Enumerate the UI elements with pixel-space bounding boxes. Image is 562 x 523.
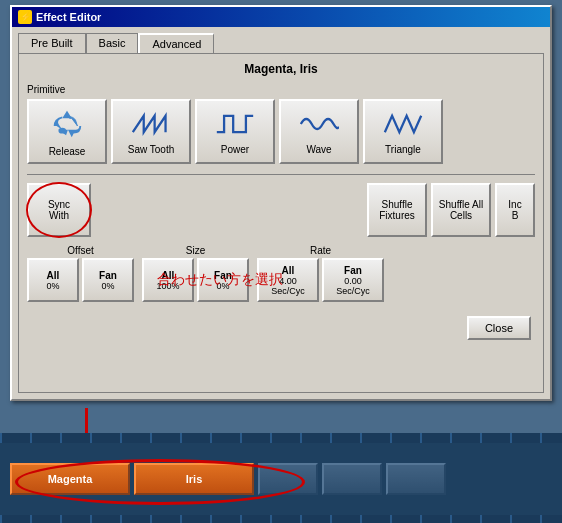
primitive-wave[interactable]: Wave [279,99,359,164]
title-icon: ⚡ [18,10,32,24]
window-title: Effect Editor [36,11,101,23]
effect-title: Magenta, Iris [27,62,535,76]
effect-editor-window: ⚡ Effect Editor Pre Built Basic Advanced [10,5,552,401]
primitive-label: Primitive [27,84,535,95]
offset-buttons: All 0% Fan 0% [27,258,134,302]
recycle-icon [49,106,85,142]
offset-label: Offset [27,245,134,256]
divider [27,174,535,175]
top-grid [0,433,562,443]
fixture-buttons-row: Magenta Iris [0,443,562,515]
fixture-inactive-1[interactable] [258,463,318,495]
primitive-release-label: Release [49,146,86,157]
tab-prebuilt[interactable]: Pre Built [18,33,86,53]
primitive-release[interactable]: Release [27,99,107,164]
triangle-icon [383,108,423,140]
offset-all-button[interactable]: All 0% [27,258,79,302]
fixture-iris-button[interactable]: Iris [134,463,254,495]
primitive-triangle-label: Triangle [385,144,421,155]
offset-fan-button[interactable]: Fan 0% [82,258,134,302]
offset-section: Offset All 0% Fan 0% [27,245,134,302]
shuffle-fixtures-button[interactable]: Shuffle Fixtures [367,183,427,237]
bottom-row: 合わせたい方を選択 Close [27,310,535,344]
primitive-power-label: Power [221,144,249,155]
size-label: Size [142,245,249,256]
inc-b-button[interactable]: Inc B [495,183,535,237]
bottom-grid [0,515,562,523]
rate-fan-button[interactable]: Fan 0.00 Sec/Cyc [322,258,384,302]
primitive-sawtooth-label: Saw Tooth [128,144,175,155]
tab-bar: Pre Built Basic Advanced [18,33,544,53]
sync-with-button[interactable]: Sync With [27,183,91,237]
fixture-bar: Magenta Iris [0,433,562,523]
svg-point-0 [58,128,66,134]
window-content: Pre Built Basic Advanced Magenta, Iris P… [12,27,550,399]
sawtooth-icon [131,108,171,140]
tab-advanced[interactable]: Advanced [138,33,214,53]
fixture-inactive-2[interactable] [322,463,382,495]
fixture-inactive-3[interactable] [386,463,446,495]
wave-icon [299,108,339,140]
primitive-wave-label: Wave [306,144,331,155]
shuffle-all-cells-button[interactable]: Shuffle All Cells [431,183,491,237]
controls-row: Sync With Shuffle Fixtures Shuffle All C… [27,183,535,237]
primitive-triangle[interactable]: Triangle [363,99,443,164]
japanese-text: 合わせたい方を選択 [157,271,283,289]
power-icon [215,108,255,140]
primitive-power[interactable]: Power [195,99,275,164]
primitive-section: Primitive [27,84,535,164]
fixture-magenta-button[interactable]: Magenta [10,463,130,495]
close-button[interactable]: Close [467,316,531,340]
primitive-sawtooth[interactable]: Saw Tooth [111,99,191,164]
shuffle-buttons: Shuffle Fixtures Shuffle All Cells Inc B [367,183,535,237]
title-bar: ⚡ Effect Editor [12,7,550,27]
tab-basic[interactable]: Basic [86,33,139,53]
primitive-buttons: Release Saw Tooth [27,99,535,164]
tab-content: Magenta, Iris Primitive [18,53,544,393]
rate-label: Rate [257,245,384,256]
